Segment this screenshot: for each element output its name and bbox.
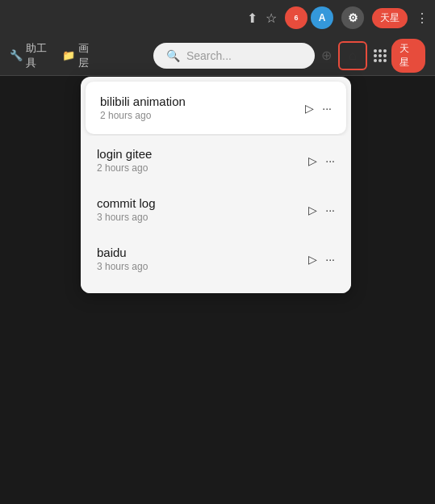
browser-top-bar: ⬆ ☆ 6 A ⚙ 天星 ⋮ [0,0,435,36]
avatar-blue[interactable]: A [311,6,333,29]
play-button[interactable]: ▷ [308,204,317,216]
more-button[interactable]: ··· [322,102,332,115]
item-actions: ▷ ··· [308,204,335,216]
tianxing-button-2[interactable]: 天星 [391,39,425,73]
home-button[interactable]: ⌂ [338,41,367,70]
tianxing-button[interactable]: 天星 [372,8,408,28]
item-title: commit log [97,196,308,210]
right-controls: 天星 [374,39,425,73]
item-info: bilibili animation 2 hours ago [100,94,305,121]
avatar-badge: 6 [294,14,298,22]
item-time: 2 hours ago [100,110,305,121]
location-icon[interactable]: ⊕ [321,48,332,63]
tools-icon: 🔧 [10,49,23,61]
avatar-red[interactable]: 6 [285,6,307,29]
list-item[interactable]: login gitee 2 hours ago ▷ ··· [81,136,351,185]
play-button[interactable]: ▷ [305,102,314,115]
search-bar-container[interactable]: 🔍 [153,43,315,69]
more-button[interactable]: ··· [325,204,335,216]
search-area: 🔍 ⊕ ⌂ [105,41,367,70]
menu-icon[interactable]: ⋮ [416,10,429,26]
item-time: 3 hours ago [97,212,308,223]
list-item[interactable]: bilibili animation 2 hours ago ▷ ··· [86,82,346,134]
item-title: login gitee [97,147,308,161]
item-info: baidu 3 hours ago [97,246,308,272]
avatar-group[interactable]: 6 A [285,6,333,29]
dropdown-panel: bilibili animation 2 hours ago ▷ ··· log… [81,77,351,293]
more-button[interactable]: ··· [325,154,335,167]
home-icon: ⌂ [349,48,357,63]
toolbar: 🔧 助工具 📁 画层 🔍 ⊕ ⌂ 天星 [0,36,435,76]
bookmark-icon[interactable]: ☆ [266,10,277,26]
play-button[interactable]: ▷ [308,253,317,266]
list-item[interactable]: baidu 3 hours ago ▷ ··· [81,234,351,284]
tools-label: 🔧 助工具 [10,41,56,70]
item-actions: ▷ ··· [305,102,332,115]
list-item[interactable]: commit log 3 hours ago ▷ ··· [81,185,351,234]
item-actions: ▷ ··· [308,154,335,167]
folder-icon: 📁 [62,49,75,61]
play-button[interactable]: ▷ [308,154,317,167]
extension-icon[interactable]: ⚙ [341,6,364,29]
item-info: commit log 3 hours ago [97,196,308,223]
share-icon[interactable]: ⬆ [247,10,257,26]
item-actions: ▷ ··· [308,253,335,266]
item-time: 3 hours ago [97,261,308,272]
items-area: login gitee 2 hours ago ▷ ··· commit log… [81,136,351,293]
folder-label: 📁 画层 [62,41,98,70]
search-icon: 🔍 [166,49,180,62]
search-input[interactable] [186,49,299,62]
bar-icons: ⬆ ☆ 6 A ⚙ 天星 ⋮ [247,6,429,29]
item-info: login gitee 2 hours ago [97,147,308,174]
item-title: bilibili animation [100,94,305,108]
grid-icon[interactable] [374,49,385,62]
item-time: 2 hours ago [97,162,308,174]
item-title: baidu [97,246,308,259]
more-button[interactable]: ··· [325,253,335,266]
